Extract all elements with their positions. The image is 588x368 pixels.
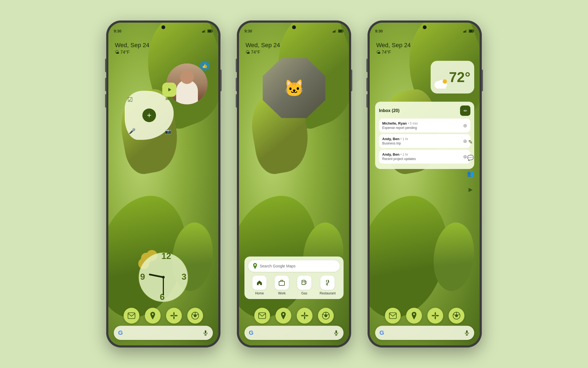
svg-rect-63 [466, 330, 468, 333]
maps-gas-label: Gas [301, 291, 307, 295]
svg-rect-5 [212, 31, 213, 32]
email-row-2[interactable]: Andy, Ben • 1 hr Recent project updates … [379, 150, 470, 164]
svg-rect-0 [202, 31, 203, 32]
status-bar-1: 9:30 [108, 23, 218, 36]
dock-maps-1[interactable] [145, 308, 161, 324]
svg-text:6: 6 [160, 292, 165, 302]
right-side-actions: ✎ 💬 👥 ▶ [465, 137, 475, 194]
video-icon[interactable]: ▶ [465, 185, 475, 194]
weather-temp-2: 74°F [251, 50, 260, 55]
dock-chrome-2[interactable] [318, 308, 334, 324]
maps-restaurant-shortcut[interactable]: Restaurant [320, 276, 336, 295]
weather-emoji-1: 🌤 [115, 50, 119, 55]
status-time-1: 9:30 [114, 29, 121, 33]
signal-icon-2 [333, 29, 337, 33]
email-widget[interactable]: Inbox (20) ✏ Michelle, Ryan • 5 min Expe… [375, 102, 474, 169]
dock-gmail-1[interactable] [124, 308, 139, 324]
email-row-0[interactable]: Michelle, Ryan • 5 min Expense report pe… [379, 119, 470, 132]
play-button[interactable] [162, 83, 176, 97]
svg-rect-28 [335, 30, 336, 33]
svg-marker-7 [168, 88, 171, 92]
svg-rect-2 [204, 30, 205, 32]
chat-icon[interactable]: 💬 [465, 153, 475, 163]
maps-home-shortcut[interactable]: Home [252, 276, 267, 295]
email-edit-button[interactable]: ✏ [460, 105, 470, 116]
svg-rect-1 [203, 31, 204, 32]
clock-widget-1[interactable]: 12 3 6 9 [137, 251, 189, 303]
status-bar-3: 9:30 [370, 23, 480, 36]
maps-search-text: Search Google Maps [260, 264, 296, 268]
svg-rect-33 [302, 280, 305, 285]
search-bar-3[interactable]: G [375, 326, 474, 340]
center-plus-button[interactable]: + [142, 108, 156, 122]
dock-pinwheel-1[interactable] [166, 308, 182, 324]
maps-home-icon [252, 276, 267, 290]
svg-rect-44 [463, 31, 464, 32]
svg-rect-45 [464, 31, 465, 32]
svg-rect-25 [333, 31, 333, 32]
svg-rect-57 [389, 313, 396, 319]
mic-search-1[interactable] [203, 330, 209, 336]
dock-gmail-2[interactable] [254, 308, 270, 324]
maps-restaurant-label: Restaurant [320, 291, 336, 295]
svg-rect-41 [335, 330, 337, 333]
email-row-1[interactable]: Andy, Ben • 1 hr Business trip ⊕ [379, 134, 470, 148]
camera-notch-3 [423, 25, 427, 29]
mic-search-3[interactable] [464, 330, 470, 336]
phone-3-screen: 9:30 Wed, Sep 24 🌤 74°F [370, 23, 480, 345]
cloud-sun-icon [434, 79, 448, 91]
svg-rect-54 [437, 85, 446, 89]
maps-shortcuts: Home Work Gas [248, 276, 340, 295]
inbox-title: Inbox (20) [379, 108, 400, 113]
svg-point-56 [443, 80, 446, 83]
svg-line-21 [197, 314, 198, 315]
google-g-1: G [118, 329, 123, 336]
mic-search-2[interactable] [333, 330, 339, 336]
weather-temp-3: 74°F [382, 50, 391, 55]
checklist-icon[interactable]: ☑ [127, 96, 133, 103]
svg-rect-49 [474, 31, 474, 32]
dock-pinwheel-2[interactable] [297, 308, 313, 324]
dock-pinwheel-3[interactable] [427, 308, 443, 324]
svg-rect-32 [279, 281, 284, 285]
email-subject-0: Expense report pending [382, 126, 463, 130]
maps-search-bar[interactable]: Search Google Maps [248, 260, 340, 272]
phone-1-screen: 9:30 Wed, Sep 24 🌤 74°F [108, 23, 218, 345]
email-info-2: Andy, Ben • 1 hr Recent project updates [382, 152, 463, 161]
dock-maps-2[interactable] [275, 308, 291, 324]
phone-2-screen: 9:30 Wed, Sep 24 🌤 74°F [239, 23, 349, 345]
email-sender-2: Andy, Ben • 1 hr [382, 152, 463, 156]
svg-rect-22 [205, 330, 206, 333]
dock-chrome-1[interactable] [187, 308, 203, 324]
status-icons-3 [463, 29, 474, 33]
status-time-2: 9:30 [244, 29, 252, 33]
mic-icon[interactable]: 🎤 [129, 128, 136, 134]
search-bar-2[interactable]: G [244, 326, 344, 340]
maps-work-icon [275, 276, 289, 290]
maps-work-shortcut[interactable]: Work [275, 276, 289, 295]
dock-gmail-3[interactable] [385, 308, 401, 324]
contacts-icon[interactable]: 👥 [465, 169, 475, 179]
maps-gas-shortcut[interactable]: Gas [297, 276, 311, 295]
status-icons-2 [333, 29, 344, 33]
phone-1: 9:30 Wed, Sep 24 🌤 74°F [106, 20, 220, 348]
svg-rect-6 [208, 30, 212, 32]
dock-maps-3[interactable] [406, 308, 422, 324]
temperature-display: 72° [449, 69, 470, 85]
signal-icon-3 [463, 29, 468, 33]
pencil-icon[interactable]: ✏ [166, 96, 170, 102]
camera-icon[interactable]: 📷 [165, 128, 171, 134]
email-subject-1: Business trip [382, 141, 463, 145]
dock-3 [370, 308, 480, 324]
search-bar-1[interactable]: G [114, 326, 213, 340]
weather-temp-1: 74°F [120, 50, 130, 55]
cat-photo-widget[interactable]: 🐱 [263, 58, 325, 118]
svg-text:9: 9 [140, 272, 145, 282]
weather-temp-widget[interactable]: 72° [431, 61, 474, 93]
compose-icon[interactable]: ✎ [465, 137, 475, 147]
email-action-0[interactable]: ⊕ [463, 123, 467, 129]
maps-gas-icon [297, 276, 311, 290]
dock-chrome-3[interactable] [449, 308, 464, 324]
maps-restaurant-icon [320, 276, 335, 290]
maps-widget[interactable]: Search Google Maps Home Work [244, 257, 344, 299]
